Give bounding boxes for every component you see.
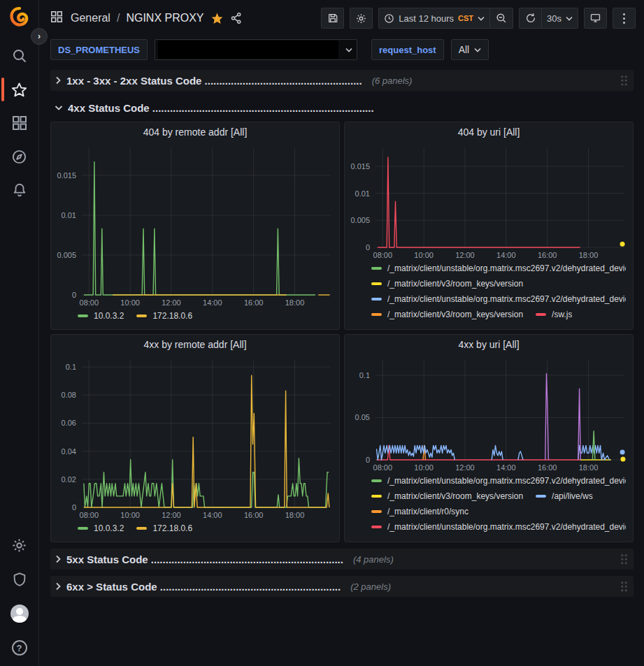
legend-item[interactable]: /_matrix/client/v3/room_keys/version	[371, 491, 523, 501]
dashboard-header: General / NGINX PROXY	[39, 0, 644, 36]
chevron-down-icon	[478, 16, 485, 21]
row-drag-handle[interactable]	[620, 581, 628, 592]
timeseries-chart[interactable]: 00.0050.010.01508:0010:0012:0014:0016:00…	[345, 142, 633, 262]
legend-item[interactable]: /_matrix/client/unstable/org.matrix.msc2…	[371, 476, 626, 486]
row-panel-count: (2 panels)	[350, 581, 391, 592]
row-drag-handle[interactable]	[620, 553, 628, 565]
legend-item[interactable]: /_matrix/client/unstable/org.matrix.msc2…	[371, 294, 626, 304]
favorite-star-icon[interactable]	[210, 12, 224, 25]
chart-canvas[interactable]: 00.0050.010.01508:0010:0012:0014:0016:00…	[51, 142, 339, 310]
row-6xx[interactable]: 6xx > Status Code ......................…	[50, 576, 634, 597]
sidebar-expand-button[interactable]: ›	[31, 28, 48, 45]
sidebar: ?	[0, 0, 39, 666]
legend-item[interactable]: /_matrix/client/unstable/org.matrix.msc2…	[371, 263, 626, 273]
chevron-down-icon	[345, 48, 352, 52]
svg-text:0.05: 0.05	[355, 413, 370, 421]
sidebar-item-search[interactable]	[0, 46, 38, 66]
dashboard-settings-button[interactable]	[350, 8, 373, 29]
chevron-right-icon	[55, 76, 62, 85]
sidebar-item-profile[interactable]	[0, 604, 38, 623]
legend-item[interactable]: /_matrix/client/r0/sync	[371, 507, 468, 516]
breadcrumb-section[interactable]: General	[71, 12, 110, 24]
sidebar-item-help[interactable]: ?	[0, 638, 38, 658]
svg-text:08:00: 08:00	[373, 463, 393, 472]
sidebar-item-configuration[interactable]	[0, 535, 38, 555]
tv-mode-button[interactable]	[584, 8, 607, 29]
svg-text:0: 0	[366, 243, 370, 252]
sidebar-item-starred[interactable]	[0, 80, 38, 99]
kebab-menu-button[interactable]	[613, 8, 636, 29]
chart-canvas[interactable]: 00.050.108:0010:0012:0014:0016:0018:00	[345, 354, 633, 475]
row-5xx[interactable]: 5xx Status Code ........................…	[50, 549, 634, 570]
legend-item[interactable]: /api/live/ws	[536, 491, 593, 501]
svg-text:10:00: 10:00	[120, 511, 140, 519]
panel-title[interactable]: 4xx by remote addr [All]	[51, 335, 339, 354]
time-range-label: Last 12 hours	[399, 13, 454, 24]
share-icon[interactable]	[230, 12, 243, 24]
variable-ds-label[interactable]: DS_PROMETHEUS	[50, 39, 148, 60]
panel-title[interactable]: 404 by remote addr [All]	[51, 122, 339, 142]
dashboard-body: 1xx - 3xx - 2xx Status Code ............…	[39, 66, 644, 597]
legend-label: 10.0.3.2	[94, 311, 124, 321]
chart-canvas[interactable]: 00.020.040.060.080.108:0010:0012:0014:00…	[51, 354, 339, 522]
grafana-logo-icon[interactable]	[8, 6, 31, 29]
legend-label: /sw.js	[552, 310, 572, 319]
row-panel-count: (4 panels)	[353, 554, 394, 565]
chevron-down-icon	[566, 16, 573, 21]
row-title: 1xx - 3xx - 2xx Status Code ............…	[66, 75, 362, 87]
svg-text:12:00: 12:00	[455, 463, 475, 472]
sidebar-item-alerting[interactable]	[0, 180, 38, 200]
refresh-button[interactable]	[519, 8, 542, 29]
legend-item[interactable]: /_matrix/client/v3/room_keys/version	[371, 279, 523, 289]
breadcrumb: General / NGINX PROXY	[50, 10, 243, 26]
legend-label: /_matrix/client/v3/room_keys/version	[387, 310, 523, 319]
legend-item[interactable]: 172.18.0.6	[136, 311, 192, 321]
svg-text:16:00: 16:00	[538, 463, 557, 472]
legend-label: 172.18.0.6	[152, 311, 192, 321]
variable-ds-value-dropdown[interactable]	[155, 39, 357, 60]
row-1xx-3xx-2xx[interactable]: 1xx - 3xx - 2xx Status Code ............…	[50, 70, 634, 91]
variable-request-host-label[interactable]: request_host	[371, 39, 444, 60]
legend-label: /_matrix/client/v3/room_keys/version	[387, 491, 523, 501]
sidebar-item-explore[interactable]	[0, 147, 38, 166]
chart-canvas[interactable]: 00.0050.010.01508:0010:0012:0014:0016:00…	[345, 142, 633, 262]
timeseries-chart[interactable]: 00.020.040.060.080.108:0010:0012:0014:00…	[51, 354, 339, 522]
variable-request-host-dropdown[interactable]: All	[451, 39, 489, 60]
legend-label: /_matrix/client/unstable/org.matrix.msc2…	[387, 294, 626, 304]
panel-title[interactable]: 4xx by uri [All]	[345, 335, 633, 354]
chart-legend: /_matrix/client/unstable/org.matrix.msc2…	[345, 475, 633, 542]
svg-text:10:00: 10:00	[120, 298, 140, 307]
legend-item[interactable]: 10.0.3.2	[78, 311, 124, 321]
legend-swatch	[371, 510, 382, 513]
legend-swatch	[371, 267, 382, 270]
legend-item[interactable]: /_matrix/client/v3/room_keys/version	[371, 310, 523, 319]
legend-item[interactable]: /_matrix/client/unstable/org.matrix.msc2…	[371, 522, 626, 532]
legend-swatch	[371, 495, 382, 498]
legend-item[interactable]: 10.0.3.2	[78, 523, 124, 533]
panel-4xx-by-uri: 4xx by uri [All] 00.050.108:0010:0012:00…	[344, 334, 634, 542]
legend-label: /_matrix/client/unstable/org.matrix.msc2…	[387, 522, 626, 532]
timeseries-chart[interactable]: 00.0050.010.01508:0010:0012:0014:0016:00…	[51, 142, 339, 310]
panel-grid: 404 by remote addr [All] 00.0050.010.015…	[50, 122, 634, 542]
zoom-out-button[interactable]	[490, 8, 513, 29]
svg-text:08:00: 08:00	[80, 298, 99, 307]
panel-404-by-uri: 404 by uri [All] 00.0050.010.01508:0010:…	[344, 122, 634, 330]
timeseries-chart[interactable]: 00.050.108:0010:0012:0014:0016:0018:00	[345, 354, 633, 475]
sidebar-item-server-admin[interactable]	[0, 570, 38, 589]
variables-row: DS_PROMETHEUS request_host All	[39, 36, 644, 66]
svg-text:16:00: 16:00	[538, 251, 557, 259]
legend-label: /api/live/ws	[552, 491, 593, 501]
row-4xx[interactable]: 4xx Status Code ........................…	[50, 97, 634, 118]
row-drag-handle[interactable]	[620, 75, 628, 86]
legend-item[interactable]: 172.18.0.6	[136, 523, 192, 533]
svg-text:0.1: 0.1	[359, 371, 370, 379]
refresh-interval-picker[interactable]: 30s	[542, 8, 578, 29]
sidebar-item-dashboards[interactable]	[0, 113, 38, 133]
redacted-value	[158, 41, 338, 59]
legend-label: /_matrix/client/unstable/org.matrix.msc2…	[387, 476, 626, 486]
legend-item[interactable]: /sw.js	[536, 310, 572, 319]
panel-title[interactable]: 404 by uri [All]	[345, 122, 633, 142]
svg-text:10:00: 10:00	[414, 463, 434, 472]
save-dashboard-button[interactable]	[321, 8, 344, 29]
time-range-picker[interactable]: Last 12 hours CST	[378, 8, 490, 29]
